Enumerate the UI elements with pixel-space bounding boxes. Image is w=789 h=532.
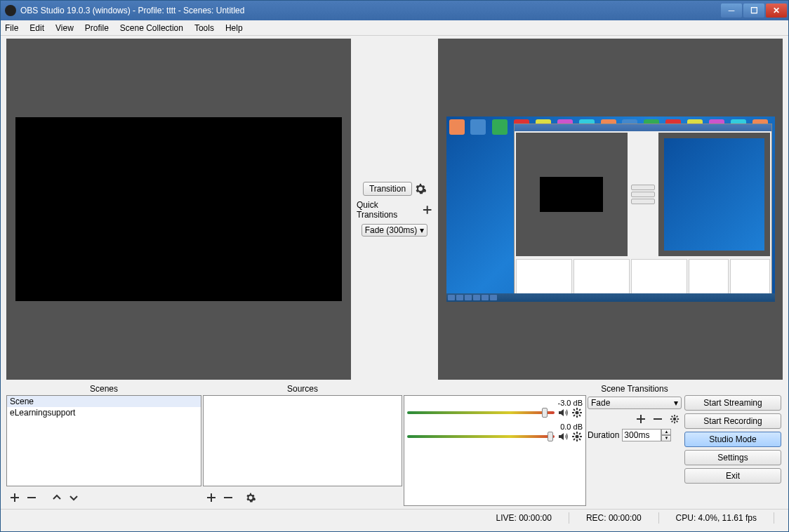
mixer-db: -3.0 dB: [407, 399, 583, 407]
start-streaming-button[interactable]: Start Streaming: [684, 395, 781, 411]
menu-file[interactable]: File: [5, 23, 18, 33]
transition-button[interactable]: Transition: [363, 182, 412, 196]
app-window: OBS Studio 19.0.3 (windows) - Profile: t…: [0, 0, 789, 532]
scene-transitions-title: Scene Transitions: [588, 383, 682, 395]
nested-obs-window: [514, 124, 772, 300]
close-button[interactable]: ✕: [766, 4, 787, 18]
quick-transitions-label: Quick Transitions: [357, 200, 419, 220]
transition-add-icon[interactable]: [634, 412, 648, 426]
status-rec: REC: 00:00:00: [586, 513, 642, 523]
menubar: File Edit View Profile Scene Collection …: [1, 20, 788, 36]
list-item[interactable]: eLearningsupport: [7, 407, 201, 418]
gear-icon[interactable]: [571, 407, 583, 418]
status-bar: LIVE: 00:00:00 REC: 00:00:00 CPU: 4.0%, …: [1, 509, 788, 526]
chevron-down-icon: ▾: [420, 225, 424, 235]
status-cpu: CPU: 4.0%, 11.61 fps: [676, 513, 757, 523]
preview-left[interactable]: [6, 39, 351, 380]
controls-panel: x Start Streaming Start Recording Studio…: [683, 383, 783, 506]
gear-icon[interactable]: [571, 431, 583, 442]
sources-add-icon[interactable]: [204, 491, 218, 505]
sources-list[interactable]: [203, 395, 402, 486]
transition-gear-icon[interactable]: [415, 183, 426, 194]
scenes-panel: Scenes Scene eLearningsupport: [6, 383, 201, 506]
list-item[interactable]: Scene: [7, 396, 201, 407]
sources-panel: Sources: [203, 383, 402, 506]
menu-view[interactable]: View: [55, 23, 74, 33]
menu-help[interactable]: Help: [225, 23, 243, 33]
mixer-panel: Mixer -3.0 dB 0.0 dB: [404, 383, 586, 506]
quick-transitions-add-icon[interactable]: [422, 204, 432, 215]
sources-title: Sources: [203, 383, 402, 395]
duration-spinner[interactable]: ▲▼: [661, 429, 671, 441]
scenes-list[interactable]: Scene eLearningsupport: [6, 395, 201, 486]
duration-label: Duration: [588, 430, 619, 440]
exit-button[interactable]: Exit: [684, 468, 781, 484]
mixer-slider[interactable]: [407, 411, 555, 414]
menu-profile[interactable]: Profile: [85, 23, 109, 33]
transition-remove-icon[interactable]: [651, 412, 665, 426]
settings-button[interactable]: Settings: [684, 450, 781, 465]
speaker-icon[interactable]: [557, 407, 569, 418]
menu-scene-collection[interactable]: Scene Collection: [120, 23, 183, 33]
menu-tools[interactable]: Tools: [194, 23, 214, 33]
quick-transition-combo[interactable]: Fade (300ms) ▾: [362, 224, 428, 237]
transition-gear-icon[interactable]: [668, 412, 682, 426]
studio-mode-button[interactable]: Studio Mode: [684, 432, 781, 447]
quick-transition-value: Fade (300ms): [365, 225, 418, 235]
sources-gear-icon[interactable]: [244, 491, 258, 505]
svg-point-2: [673, 418, 676, 420]
sources-remove-icon[interactable]: [221, 491, 235, 505]
menu-edit[interactable]: Edit: [29, 23, 44, 33]
window-title: OBS Studio 19.0.3 (windows) - Profile: t…: [20, 6, 721, 15]
maximize-button[interactable]: ☐: [743, 4, 764, 18]
status-live: LIVE: 00:00:00: [496, 513, 551, 523]
transition-select[interactable]: Fade ▾: [588, 397, 682, 409]
preview-left-canvas: [15, 117, 342, 301]
scene-transitions-panel: Scene Transitions Fade ▾ Duration: [588, 383, 682, 506]
start-recording-button[interactable]: Start Recording: [684, 413, 781, 429]
svg-point-1: [576, 435, 579, 439]
scenes-move-down-icon[interactable]: [67, 491, 81, 505]
scenes-remove-icon[interactable]: [25, 491, 39, 505]
chevron-down-icon: ▾: [674, 398, 678, 408]
titlebar: OBS Studio 19.0.3 (windows) - Profile: t…: [1, 1, 788, 20]
scenes-move-up-icon[interactable]: [50, 491, 64, 505]
speaker-icon[interactable]: [557, 431, 569, 442]
minimize-button[interactable]: ─: [721, 4, 742, 18]
app-icon: [5, 5, 16, 16]
preview-right[interactable]: [438, 39, 783, 380]
svg-point-0: [576, 411, 579, 415]
scenes-add-icon[interactable]: [8, 491, 22, 505]
mixer-db: 0.0 dB: [407, 423, 583, 431]
mixer-slider[interactable]: [407, 435, 555, 438]
duration-input[interactable]: [622, 429, 661, 441]
scenes-title: Scenes: [6, 383, 201, 395]
